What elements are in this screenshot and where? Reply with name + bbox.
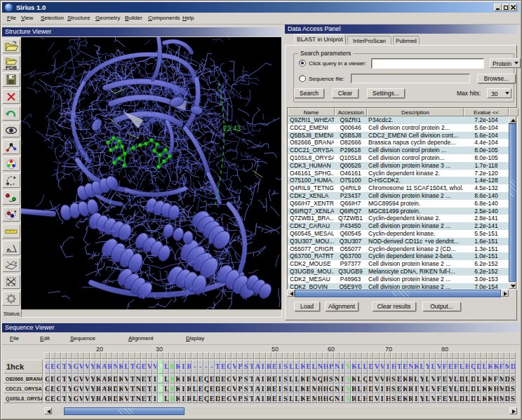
svg-text:23.43: 23.43 (223, 125, 241, 133)
svg-text:θ: θ (15, 260, 18, 266)
svg-text:PDB: PDB (6, 64, 17, 69)
